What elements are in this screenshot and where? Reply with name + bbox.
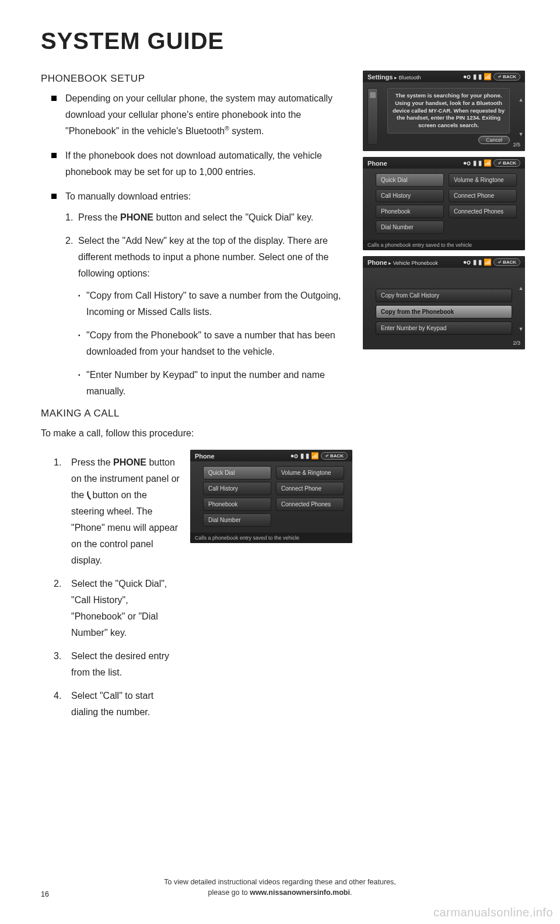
menu-call-history[interactable]: Call History (203, 482, 271, 495)
step-item: Select the desired entry from the list. (54, 648, 180, 681)
status-icon: ●໐ ▮ ▮ 📶 (463, 159, 492, 167)
option-enter-keypad[interactable]: Enter Number by Keypad (376, 321, 512, 335)
back-button[interactable]: ⤶ BACK (494, 73, 520, 80)
text: button and select the "Quick Dial" key. (153, 212, 313, 222)
menu-dial-number[interactable]: Dial Number (203, 513, 271, 527)
text: Select the "Add New" key at the top of t… (78, 236, 328, 278)
text: please go to (208, 888, 250, 897)
status-icon: ●໐ ▮ ▮ 📶 (463, 73, 492, 80)
footer-line1: To view detailed instructional videos re… (0, 877, 560, 888)
status-icon: ●໐ ▮ ▮ 📶 (463, 258, 492, 266)
menu-phonebook[interactable]: Phonebook (203, 498, 271, 511)
bullet-item: If the phonebook does not download autom… (54, 148, 352, 180)
back-button[interactable]: ⤶ BACK (494, 159, 520, 167)
menu-quick-dial[interactable]: Quick Dial (376, 173, 444, 187)
phone-button-label: PHONE (120, 212, 153, 222)
text: system. (229, 126, 264, 136)
bullet-item: Depending on your cellular phone, the sy… (54, 90, 352, 139)
screenshot-vehicle-phonebook: Phone ▸ Vehicle Phonebook ●໐ ▮ ▮ 📶 ⤶ BAC… (363, 256, 525, 349)
page-indicator: 2/3 (513, 340, 520, 346)
scroll-down-icon[interactable]: ▼ (519, 326, 524, 332)
text: Depending on your cellular phone, the sy… (65, 93, 332, 136)
back-button[interactable]: ⤶ BACK (321, 452, 348, 460)
back-button[interactable]: ⤶ BACK (494, 258, 520, 266)
menu-connect-phone[interactable]: Connect Phone (449, 189, 517, 202)
option-item: "Enter Number by Keypad" to input the nu… (78, 367, 352, 400)
option-item: "Copy from the Phonebook" to save a numb… (78, 327, 352, 360)
option-item: "Copy from Call History" to save a numbe… (78, 288, 352, 320)
menu-volume-ringtone[interactable]: Volume & Ringtone (449, 173, 517, 187)
screenshot-phone-menu-2: Phone ●໐ ▮ ▮ 📶 ⤶ BACK Quick Dial Call Hi… (190, 450, 352, 543)
screenshot-phone-menu: Phone ●໐ ▮ ▮ 📶 ⤶ BACK Quick Dial Call Hi… (363, 157, 525, 250)
scroll-up-icon[interactable]: ▲ (519, 97, 524, 103)
menu-quick-dial[interactable]: Quick Dial (203, 466, 271, 480)
screen-title: Phone (368, 160, 387, 167)
menu-connect-phone[interactable]: Connect Phone (276, 482, 344, 495)
screen-title: Phone (368, 259, 387, 266)
step-item: Select the "Add New" key at the top of t… (65, 233, 352, 400)
menu-phonebook[interactable]: Phonebook (376, 205, 444, 218)
menu-volume-ringtone[interactable]: Volume & Ringtone (276, 466, 344, 480)
text: button on the steering wheel. The "Phone… (71, 490, 178, 565)
option-copy-phonebook[interactable]: Copy from the Phonebook (376, 305, 512, 318)
section-phonebook-head: PHONEBOOK SETUP (41, 73, 352, 85)
text: . (350, 888, 352, 897)
step-item: Press the PHONE button on the instrument… (54, 454, 180, 569)
scroll-down-icon[interactable]: ▼ (519, 131, 524, 137)
screen-title: Settings (368, 74, 393, 80)
menu-connected-phones[interactable]: Connected Phones (449, 205, 517, 218)
status-icon: ●໐ ▮ ▮ 📶 (290, 452, 319, 460)
breadcrumb: ▸ Vehicle Phonebook (387, 260, 438, 266)
text: Press the (71, 457, 113, 467)
cancel-button[interactable]: Cancel (478, 136, 510, 144)
menu-call-history[interactable]: Call History (376, 189, 444, 202)
option-copy-call-history[interactable]: Copy from Call History (376, 289, 512, 302)
page-indicator: 2/5 (513, 142, 520, 148)
page-title: SYSTEM GUIDE (41, 28, 525, 54)
screen-title: Phone (195, 453, 215, 460)
bullet-item: To manually download entries: Press the … (54, 188, 352, 400)
step-item: Select the "Quick Dial", "Call History",… (54, 576, 180, 641)
screenshot-settings-bluetooth: Settings ▸ Bluetooth ●໐ ▮ ▮ 📶 ⤶ BACK ▲▼ … (363, 71, 525, 151)
text: To manually download entries: (65, 191, 191, 201)
watermark: carmanualsonline.info (433, 906, 553, 919)
registered-mark: ® (225, 125, 229, 132)
phone-button-label: PHONE (113, 457, 146, 467)
scroll-up-icon[interactable]: ▲ (519, 285, 524, 291)
footer-url: www.nissanownersinfo.mobi (250, 888, 350, 897)
text: Press the (78, 212, 120, 222)
intro-text: To make a call, follow this procedure: (41, 425, 352, 442)
phone-icon (368, 88, 378, 145)
dialog-text: The system is searching for your phone. … (387, 88, 510, 134)
footer-text: To view detailed instructional videos re… (0, 877, 560, 899)
menu-connected-phones[interactable]: Connected Phones (276, 498, 344, 511)
step-item: Select "Call" to start dialing the numbe… (54, 688, 180, 720)
breadcrumb: ▸ Bluetooth (393, 75, 421, 80)
menu-dial-number[interactable]: Dial Number (376, 220, 444, 234)
step-item: Press the PHONE button and select the "Q… (65, 209, 352, 226)
screen-footer: Calls a phonebook entry saved to the veh… (363, 240, 525, 250)
section-call-head: MAKING A CALL (41, 408, 352, 419)
screen-footer: Calls a phonebook entry saved to the veh… (190, 533, 352, 543)
